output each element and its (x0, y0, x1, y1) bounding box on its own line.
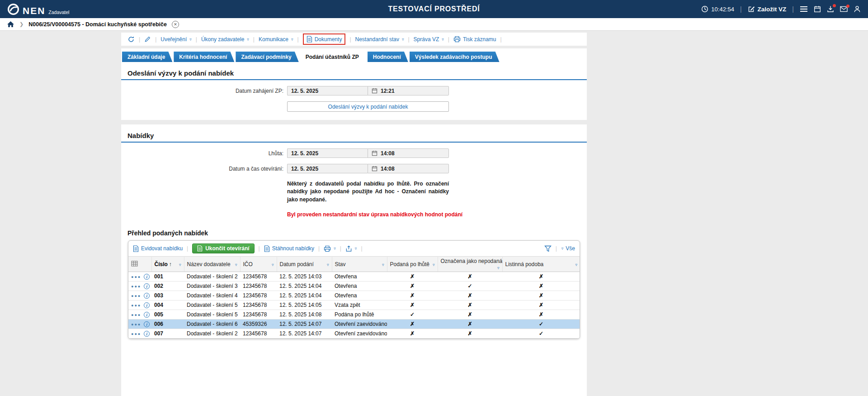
clock-icon (701, 5, 708, 13)
column-header-nepodana[interactable]: Označena jako nepodaná▿ (438, 257, 502, 272)
column-header-cislo[interactable]: Číslo↑▿ (151, 257, 184, 272)
column-header-po_lhute[interactable]: Podaná po lhůtě▿ (387, 257, 438, 272)
separator: | (349, 36, 351, 43)
cell-cislo: 002 (151, 281, 184, 291)
tab-zadavaci-podminky[interactable]: Zadávací podmínky (236, 52, 298, 62)
record-toolbar: | | Uveřejnění▿|Úkony zadavatele▿|Komuni… (121, 33, 587, 46)
toolbar-item-tisk-zaznamu[interactable]: Tisk záznamu (453, 36, 496, 43)
export-menu-button[interactable]: ▿ (345, 245, 357, 252)
column-filter-icon[interactable]: ▿ (497, 266, 500, 270)
table-row[interactable]: ●●●i002Dodavatel - školení 31234567812. … (128, 281, 580, 291)
table-row[interactable]: ●●●i001Dodavatel - školení 21234567812. … (128, 272, 580, 281)
create-vz-button[interactable]: Založit VZ (748, 5, 787, 13)
table-row[interactable]: ●●●i005Dodavatel - školení 51234567812. … (128, 310, 580, 320)
table-row[interactable]: ●●●i003Dodavatel - školení 41234567812. … (128, 291, 580, 301)
download-icon[interactable] (827, 5, 834, 13)
column-label: Listinná podoba (505, 261, 544, 267)
cell-stav: Otevření zaevidováno (332, 320, 387, 329)
calendar-picker-icon[interactable] (372, 150, 377, 156)
separator: | (196, 36, 197, 43)
column-label: Stav (335, 261, 346, 267)
deadline-date-input[interactable]: 12. 5. 2025 (287, 148, 368, 158)
row-actions-icon[interactable]: ●●● (131, 313, 141, 317)
start-time-input[interactable]: 12:21 (368, 86, 449, 95)
info-icon[interactable]: i (144, 293, 150, 299)
nen-logo[interactable]: NEN Zadavatel (7, 3, 69, 15)
column-filter-icon[interactable]: ▿ (235, 262, 237, 267)
home-icon[interactable] (7, 21, 14, 28)
info-icon[interactable]: i (144, 331, 150, 337)
cross-icon: ✗ (438, 301, 502, 310)
deadline-time-input[interactable]: 14:08 (368, 148, 449, 158)
table-row[interactable]: ●●●i007Dodavatel - školení 21234567812. … (128, 329, 580, 339)
opening-date-input[interactable]: 12. 5. 2025 (287, 164, 368, 173)
cross-icon: ✗ (387, 272, 438, 281)
table-row[interactable]: ●●●i004Dodavatel - školení 51234567812. … (128, 301, 580, 310)
info-icon[interactable]: i (144, 312, 150, 318)
toolbar-item-uverejneni[interactable]: Uveřejnění▿ (160, 36, 192, 43)
mail-icon[interactable] (840, 6, 848, 12)
toolbar-item-nestandardni-stav[interactable]: Nestandardní stav▿ (355, 36, 404, 43)
toolbar-item-ukony-zadavatele[interactable]: Úkony zadavatele▿ (201, 36, 249, 43)
row-actions-icon[interactable]: ●●● (131, 275, 141, 279)
start-date-input[interactable]: 12. 5. 2025 (287, 86, 368, 95)
cell-nazev: Dodavatel - školení 2 (184, 329, 240, 339)
dropdown-arrow-icon: ▿ (189, 37, 192, 42)
cell-stav: Otevřena (332, 291, 387, 301)
column-filter-icon[interactable]: ▿ (575, 262, 577, 267)
cell-cislo: 001 (151, 272, 184, 281)
edit-icon[interactable] (144, 36, 151, 43)
tab-podani-ucastniku-zp[interactable]: Podání účastníků ZP (300, 52, 366, 62)
column-filter-icon[interactable]: ▿ (382, 262, 384, 267)
refresh-icon[interactable] (127, 36, 135, 43)
cell-datum: 12. 5. 2025 14:04 (277, 281, 332, 291)
opening-time-input[interactable]: 14:08 (368, 164, 449, 173)
calendar-picker-icon[interactable] (372, 88, 377, 94)
table-row[interactable]: ●●●i006Dodavatel - školení 64535932612. … (128, 320, 580, 329)
tab-hodnoceni[interactable]: Hodnocení (368, 52, 408, 62)
toolbar-item-dokumenty[interactable]: Dokumenty (303, 33, 346, 45)
column-filter-icon[interactable]: ▿ (272, 262, 274, 267)
column-filter-icon[interactable]: ▿ (327, 262, 329, 267)
row-actions-icon[interactable]: ●●● (131, 294, 141, 298)
info-icon[interactable]: i (144, 283, 150, 289)
tab-kriteria-hodnoceni[interactable]: Kritéria hodnocení (174, 52, 234, 62)
menu-icon[interactable] (800, 6, 808, 12)
breadcrumb-record[interactable]: N006/25/V00004575 - Domácí kuchyňské spo… (28, 21, 167, 28)
column-header-stav[interactable]: Stav▿ (332, 257, 387, 272)
print-menu-button[interactable]: ▿ (324, 245, 336, 252)
tab-zakladni-udaje[interactable]: Základní údaje (122, 52, 172, 62)
column-header-listinna[interactable]: Listinná podoba▿ (502, 257, 580, 272)
user-icon[interactable] (854, 5, 861, 13)
column-filter-icon[interactable]: ▿ (433, 262, 435, 267)
row-actions-icon[interactable]: ●●● (131, 332, 141, 336)
calendar-icon[interactable] (814, 5, 821, 13)
info-icon[interactable]: i (144, 321, 150, 327)
download-bids-button[interactable]: Stáhnout nabídky (264, 245, 314, 252)
section-title-invitation: Odeslání výzvy k podání nabídek (127, 69, 587, 77)
record-bid-button[interactable]: Evidovat nabídku (133, 245, 183, 252)
cross-icon: ✗ (387, 291, 438, 301)
column-header-datum[interactable]: Datum podání▿ (277, 257, 332, 272)
close-record-icon[interactable]: ✕ (172, 21, 179, 28)
tab-vysledek-zadavaciho-postupu[interactable]: Výsledek zadávacího postupu (410, 52, 500, 62)
row-actions-icon[interactable]: ●●● (131, 284, 141, 289)
toolbar-item-sprava-vz[interactable]: Správa VZ▿ (414, 36, 444, 43)
toolbar-item-komunikace[interactable]: Komunikace▿ (259, 36, 293, 43)
info-icon[interactable]: i (144, 302, 150, 308)
info-icon[interactable]: i (144, 274, 150, 280)
column-header-nazev[interactable]: Název dodavatele▿ (184, 257, 240, 272)
separator: | (253, 36, 255, 43)
view-all-selector[interactable]: ▿ Vše (561, 245, 575, 252)
cell-actions: ●●●i (128, 272, 151, 281)
column-filter-icon[interactable]: ▿ (179, 262, 181, 267)
column-icons (128, 257, 151, 272)
column-label: Podaná po lhůtě (390, 261, 429, 267)
send-invitation-button[interactable]: Odeslání výzvy k podání nabídek (287, 101, 449, 112)
row-actions-icon[interactable]: ●●● (131, 303, 141, 308)
row-actions-icon[interactable]: ●●● (131, 322, 141, 327)
column-header-ico[interactable]: IČO▿ (240, 257, 277, 272)
end-opening-button[interactable]: Ukončit otevírání (192, 243, 254, 253)
filter-icon[interactable] (544, 245, 552, 252)
calendar-picker-icon[interactable] (372, 166, 377, 172)
